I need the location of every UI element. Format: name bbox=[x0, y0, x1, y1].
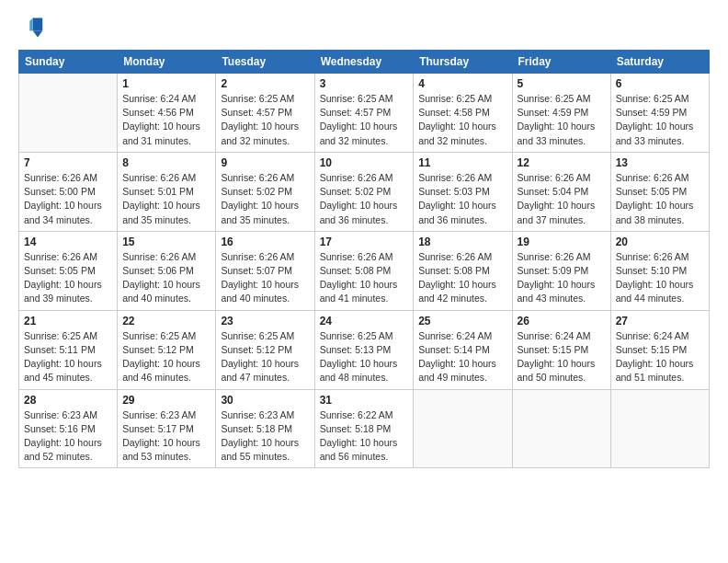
svg-marker-2 bbox=[29, 18, 33, 31]
weekday-header-wednesday: Wednesday bbox=[314, 51, 414, 74]
day-info: Sunrise: 6:25 AMSunset: 4:59 PMDaylight:… bbox=[616, 92, 704, 148]
day-number: 14 bbox=[24, 236, 112, 248]
calendar-week-row: 1Sunrise: 6:24 AMSunset: 4:56 PMDaylight… bbox=[19, 74, 710, 153]
weekday-header-friday: Friday bbox=[512, 51, 610, 74]
weekday-header-sunday: Sunday bbox=[19, 51, 118, 74]
svg-marker-0 bbox=[33, 18, 43, 31]
day-info: Sunrise: 6:23 AMSunset: 5:18 PMDaylight:… bbox=[221, 408, 309, 465]
page-header bbox=[18, 15, 710, 40]
day-info: Sunrise: 6:25 AMSunset: 4:57 PMDaylight:… bbox=[221, 92, 309, 148]
day-number: 18 bbox=[418, 236, 506, 248]
calendar-cell: 30Sunrise: 6:23 AMSunset: 5:18 PMDayligh… bbox=[216, 389, 314, 468]
day-number: 3 bbox=[320, 77, 409, 90]
day-info: Sunrise: 6:22 AMSunset: 5:18 PMDaylight:… bbox=[320, 408, 409, 465]
weekday-header-tuesday: Tuesday bbox=[216, 51, 314, 74]
day-info: Sunrise: 6:26 AMSunset: 5:08 PMDaylight:… bbox=[320, 250, 409, 306]
day-number: 10 bbox=[320, 156, 409, 169]
day-number: 11 bbox=[418, 156, 506, 169]
calendar-cell: 2Sunrise: 6:25 AMSunset: 4:57 PMDaylight… bbox=[216, 74, 314, 153]
day-number: 29 bbox=[122, 394, 210, 407]
calendar-cell: 19Sunrise: 6:26 AMSunset: 5:09 PMDayligh… bbox=[512, 231, 610, 310]
day-info: Sunrise: 6:26 AMSunset: 5:02 PMDaylight:… bbox=[320, 171, 409, 227]
calendar-cell: 7Sunrise: 6:26 AMSunset: 5:00 PMDaylight… bbox=[19, 152, 118, 231]
day-number: 24 bbox=[320, 315, 409, 327]
day-info: Sunrise: 6:26 AMSunset: 5:09 PMDaylight:… bbox=[518, 250, 606, 306]
day-number: 28 bbox=[24, 394, 112, 407]
calendar-cell: 17Sunrise: 6:26 AMSunset: 5:08 PMDayligh… bbox=[314, 231, 414, 310]
calendar-cell: 14Sunrise: 6:26 AMSunset: 5:05 PMDayligh… bbox=[19, 231, 118, 310]
day-info: Sunrise: 6:26 AMSunset: 5:06 PMDaylight:… bbox=[122, 250, 210, 306]
day-number: 16 bbox=[221, 236, 309, 248]
day-info: Sunrise: 6:26 AMSunset: 5:04 PMDaylight:… bbox=[518, 171, 606, 227]
day-info: Sunrise: 6:26 AMSunset: 5:10 PMDaylight:… bbox=[616, 250, 704, 306]
calendar-cell: 23Sunrise: 6:25 AMSunset: 5:12 PMDayligh… bbox=[216, 310, 314, 389]
calendar-cell: 12Sunrise: 6:26 AMSunset: 5:04 PMDayligh… bbox=[512, 152, 610, 231]
calendar-cell: 22Sunrise: 6:25 AMSunset: 5:12 PMDayligh… bbox=[118, 310, 216, 389]
day-info: Sunrise: 6:26 AMSunset: 5:07 PMDaylight:… bbox=[221, 250, 309, 306]
day-info: Sunrise: 6:24 AMSunset: 4:56 PMDaylight:… bbox=[122, 92, 210, 148]
day-number: 17 bbox=[320, 236, 409, 248]
svg-marker-1 bbox=[33, 31, 43, 38]
day-number: 15 bbox=[122, 236, 210, 248]
day-number: 31 bbox=[320, 394, 409, 407]
day-info: Sunrise: 6:26 AMSunset: 5:08 PMDaylight:… bbox=[418, 250, 506, 306]
day-number: 27 bbox=[616, 315, 704, 327]
day-number: 6 bbox=[616, 77, 704, 90]
day-info: Sunrise: 6:25 AMSunset: 5:13 PMDaylight:… bbox=[320, 329, 409, 385]
calendar-cell: 3Sunrise: 6:25 AMSunset: 4:57 PMDaylight… bbox=[314, 74, 414, 153]
day-number: 4 bbox=[418, 77, 506, 90]
weekday-header-saturday: Saturday bbox=[610, 51, 709, 74]
logo bbox=[18, 15, 48, 40]
calendar-cell: 13Sunrise: 6:26 AMSunset: 5:05 PMDayligh… bbox=[610, 152, 709, 231]
calendar-cell: 5Sunrise: 6:25 AMSunset: 4:59 PMDaylight… bbox=[512, 74, 610, 153]
day-info: Sunrise: 6:26 AMSunset: 5:05 PMDaylight:… bbox=[616, 171, 704, 227]
day-info: Sunrise: 6:24 AMSunset: 5:15 PMDaylight:… bbox=[518, 329, 606, 385]
day-info: Sunrise: 6:26 AMSunset: 5:02 PMDaylight:… bbox=[221, 171, 309, 227]
day-number: 12 bbox=[518, 156, 606, 169]
calendar-cell bbox=[610, 389, 709, 468]
day-info: Sunrise: 6:26 AMSunset: 5:01 PMDaylight:… bbox=[122, 171, 210, 227]
day-number: 9 bbox=[221, 156, 309, 169]
day-info: Sunrise: 6:23 AMSunset: 5:17 PMDaylight:… bbox=[122, 408, 210, 465]
calendar-cell: 11Sunrise: 6:26 AMSunset: 5:03 PMDayligh… bbox=[414, 152, 512, 231]
calendar-cell: 15Sunrise: 6:26 AMSunset: 5:06 PMDayligh… bbox=[118, 231, 216, 310]
calendar-cell: 8Sunrise: 6:26 AMSunset: 5:01 PMDaylight… bbox=[118, 152, 216, 231]
day-info: Sunrise: 6:24 AMSunset: 5:14 PMDaylight:… bbox=[418, 329, 506, 385]
day-info: Sunrise: 6:24 AMSunset: 5:15 PMDaylight:… bbox=[616, 329, 704, 385]
calendar-week-row: 14Sunrise: 6:26 AMSunset: 5:05 PMDayligh… bbox=[19, 231, 710, 310]
calendar-cell: 18Sunrise: 6:26 AMSunset: 5:08 PMDayligh… bbox=[414, 231, 512, 310]
day-number: 30 bbox=[221, 394, 309, 407]
calendar-cell: 20Sunrise: 6:26 AMSunset: 5:10 PMDayligh… bbox=[610, 231, 709, 310]
day-info: Sunrise: 6:25 AMSunset: 4:57 PMDaylight:… bbox=[320, 92, 409, 148]
calendar-week-row: 21Sunrise: 6:25 AMSunset: 5:11 PMDayligh… bbox=[19, 310, 710, 389]
calendar-cell bbox=[19, 74, 118, 153]
calendar-week-row: 7Sunrise: 6:26 AMSunset: 5:00 PMDaylight… bbox=[19, 152, 710, 231]
weekday-header-thursday: Thursday bbox=[414, 51, 512, 74]
calendar-cell bbox=[512, 389, 610, 468]
calendar-cell: 21Sunrise: 6:25 AMSunset: 5:11 PMDayligh… bbox=[19, 310, 118, 389]
day-info: Sunrise: 6:26 AMSunset: 5:05 PMDaylight:… bbox=[24, 250, 112, 306]
day-number: 23 bbox=[221, 315, 309, 327]
day-number: 20 bbox=[616, 236, 704, 248]
day-number: 5 bbox=[518, 77, 606, 90]
day-number: 8 bbox=[122, 156, 210, 169]
day-number: 26 bbox=[518, 315, 606, 327]
calendar-cell: 31Sunrise: 6:22 AMSunset: 5:18 PMDayligh… bbox=[314, 389, 414, 468]
weekday-header-row: SundayMondayTuesdayWednesdayThursdayFrid… bbox=[19, 51, 710, 74]
day-info: Sunrise: 6:26 AMSunset: 5:03 PMDaylight:… bbox=[418, 171, 506, 227]
calendar-week-row: 28Sunrise: 6:23 AMSunset: 5:16 PMDayligh… bbox=[19, 389, 710, 468]
day-number: 2 bbox=[221, 77, 309, 90]
calendar-cell: 28Sunrise: 6:23 AMSunset: 5:16 PMDayligh… bbox=[19, 389, 118, 468]
day-number: 1 bbox=[122, 77, 210, 90]
day-number: 22 bbox=[122, 315, 210, 327]
day-number: 13 bbox=[616, 156, 704, 169]
logo-icon bbox=[18, 15, 44, 40]
weekday-header-monday: Monday bbox=[118, 51, 216, 74]
calendar-cell: 24Sunrise: 6:25 AMSunset: 5:13 PMDayligh… bbox=[314, 310, 414, 389]
day-info: Sunrise: 6:26 AMSunset: 5:00 PMDaylight:… bbox=[24, 171, 112, 227]
calendar-cell: 9Sunrise: 6:26 AMSunset: 5:02 PMDaylight… bbox=[216, 152, 314, 231]
day-info: Sunrise: 6:25 AMSunset: 5:11 PMDaylight:… bbox=[24, 329, 112, 385]
calendar-cell: 26Sunrise: 6:24 AMSunset: 5:15 PMDayligh… bbox=[512, 310, 610, 389]
calendar-cell: 29Sunrise: 6:23 AMSunset: 5:17 PMDayligh… bbox=[118, 389, 216, 468]
day-number: 25 bbox=[418, 315, 506, 327]
